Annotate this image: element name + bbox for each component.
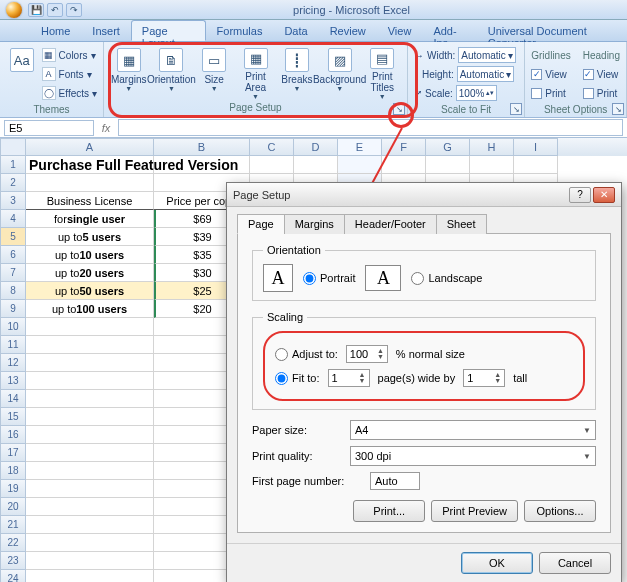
column-header-I[interactable]: I — [514, 138, 558, 156]
row-header-10[interactable]: 10 — [0, 318, 26, 336]
column-header-E[interactable]: E — [338, 138, 382, 156]
dialog-tab-sheet[interactable]: Sheet — [436, 214, 487, 234]
fit-to-radio[interactable]: Fit to: — [275, 372, 320, 385]
row-header-15[interactable]: 15 — [0, 408, 26, 426]
column-header-A[interactable]: A — [26, 138, 154, 156]
page-setup-launcher[interactable]: ↘ — [393, 103, 405, 115]
ribbon-tab-formulas[interactable]: Formulas — [206, 20, 274, 41]
cell-A17[interactable] — [26, 444, 154, 462]
first-page-number-input[interactable]: Auto — [370, 472, 420, 490]
cell-A15[interactable] — [26, 408, 154, 426]
cancel-button[interactable]: Cancel — [539, 552, 611, 574]
print-button[interactable]: Print... — [353, 500, 425, 522]
effects-button[interactable]: ◯Effects ▾ — [42, 84, 97, 102]
cell-B1[interactable] — [154, 156, 250, 174]
row-header-21[interactable]: 21 — [0, 516, 26, 534]
landscape-radio[interactable]: Landscape — [411, 272, 482, 285]
print-preview-button[interactable]: Print Preview — [431, 500, 518, 522]
height-select[interactable]: Automatic▾ — [457, 66, 514, 82]
row-header-6[interactable]: 6 — [0, 246, 26, 264]
row-header-24[interactable]: 24 — [0, 570, 26, 582]
gridlines-view-checkbox[interactable]: ✓View — [531, 65, 570, 83]
row-header-2[interactable]: 2 — [0, 174, 26, 192]
dialog-tab-header-footer[interactable]: Header/Footer — [344, 214, 437, 234]
margins-button[interactable]: ▦Margins▼ — [110, 44, 147, 100]
row-header-18[interactable]: 18 — [0, 462, 26, 480]
row-header-1[interactable]: 1 — [0, 156, 26, 174]
print-titles-button[interactable]: ▤Print Titles▼ — [364, 44, 401, 100]
cell-A12[interactable] — [26, 354, 154, 372]
cell-A3[interactable]: Business License — [26, 192, 154, 210]
cell-D1[interactable] — [294, 156, 338, 174]
qat-undo-icon[interactable]: ↶ — [47, 3, 63, 17]
gridlines-print-checkbox[interactable]: Print — [531, 84, 570, 102]
row-header-19[interactable]: 19 — [0, 480, 26, 498]
breaks-button[interactable]: ┋Breaks▼ — [278, 44, 315, 100]
cell-I1[interactable] — [514, 156, 558, 174]
cell-F1[interactable] — [382, 156, 426, 174]
headings-print-checkbox[interactable]: Print — [583, 84, 620, 102]
ribbon-tab-review[interactable]: Review — [319, 20, 377, 41]
ribbon-tab-data[interactable]: Data — [273, 20, 318, 41]
row-header-7[interactable]: 7 — [0, 264, 26, 282]
cell-A22[interactable] — [26, 534, 154, 552]
dialog-help-button[interactable]: ? — [569, 187, 591, 203]
office-button[interactable] — [6, 2, 22, 18]
print-area-button[interactable]: ▦Print Area▼ — [237, 44, 274, 100]
ribbon-tab-view[interactable]: View — [377, 20, 423, 41]
row-header-5[interactable]: 5 — [0, 228, 26, 246]
row-header-3[interactable]: 3 — [0, 192, 26, 210]
cell-A21[interactable] — [26, 516, 154, 534]
column-header-F[interactable]: F — [382, 138, 426, 156]
qat-redo-icon[interactable]: ↷ — [66, 3, 82, 17]
row-header-23[interactable]: 23 — [0, 552, 26, 570]
cell-A4[interactable]: for single user — [26, 210, 154, 228]
cell-A6[interactable]: up to 10 users — [26, 246, 154, 264]
row-header-14[interactable]: 14 — [0, 390, 26, 408]
cell-A9[interactable]: up to 100 users — [26, 300, 154, 318]
portrait-radio[interactable]: Portrait — [303, 272, 355, 285]
column-header-C[interactable]: C — [250, 138, 294, 156]
cell-A10[interactable] — [26, 318, 154, 336]
formula-input[interactable] — [118, 119, 623, 136]
width-select[interactable]: Automatic▾ — [458, 47, 515, 63]
adjust-to-spinner[interactable]: 100▲▼ — [346, 345, 388, 363]
headings-view-checkbox[interactable]: ✓View — [583, 65, 620, 83]
cell-G1[interactable] — [426, 156, 470, 174]
dialog-close-button[interactable]: ✕ — [593, 187, 615, 203]
cell-A13[interactable] — [26, 372, 154, 390]
colors-button[interactable]: ▦Colors ▾ — [42, 46, 97, 64]
cell-A2[interactable] — [26, 174, 154, 192]
cell-A23[interactable] — [26, 552, 154, 570]
cell-A14[interactable] — [26, 390, 154, 408]
background-button[interactable]: ▨Background▼ — [320, 44, 360, 100]
cell-A11[interactable] — [26, 336, 154, 354]
dialog-tab-margins[interactable]: Margins — [284, 214, 345, 234]
column-header-D[interactable]: D — [294, 138, 338, 156]
print-quality-select[interactable]: 300 dpi▼ — [350, 446, 596, 466]
ok-button[interactable]: OK — [461, 552, 533, 574]
fx-icon[interactable]: fx — [98, 122, 114, 134]
ribbon-tab-home[interactable]: Home — [30, 20, 81, 41]
cell-C1[interactable] — [250, 156, 294, 174]
options-button[interactable]: Options... — [524, 500, 596, 522]
cell-A20[interactable] — [26, 498, 154, 516]
paper-size-select[interactable]: A4▼ — [350, 420, 596, 440]
row-header-22[interactable]: 22 — [0, 534, 26, 552]
fit-wide-spinner[interactable]: 1▲▼ — [328, 369, 370, 387]
qat-save-icon[interactable]: 💾 — [28, 3, 44, 17]
cell-A1[interactable]: Purchase Full Featured Version — [26, 156, 154, 174]
ribbon-tab-universal-document-converter[interactable]: Universal Document Converter — [477, 20, 627, 41]
scale-to-fit-launcher[interactable]: ↘ — [510, 103, 522, 115]
cell-A7[interactable]: up to 20 users — [26, 264, 154, 282]
sheet-options-launcher[interactable]: ↘ — [612, 103, 624, 115]
row-header-8[interactable]: 8 — [0, 282, 26, 300]
row-header-11[interactable]: 11 — [0, 336, 26, 354]
ribbon-tab-add-ins[interactable]: Add-Ins — [422, 20, 476, 41]
row-header-9[interactable]: 9 — [0, 300, 26, 318]
row-header-12[interactable]: 12 — [0, 354, 26, 372]
themes-button[interactable]: Aa — [6, 44, 38, 100]
fit-tall-spinner[interactable]: 1▲▼ — [463, 369, 505, 387]
cell-A8[interactable]: up to 50 users — [26, 282, 154, 300]
cell-A18[interactable] — [26, 462, 154, 480]
